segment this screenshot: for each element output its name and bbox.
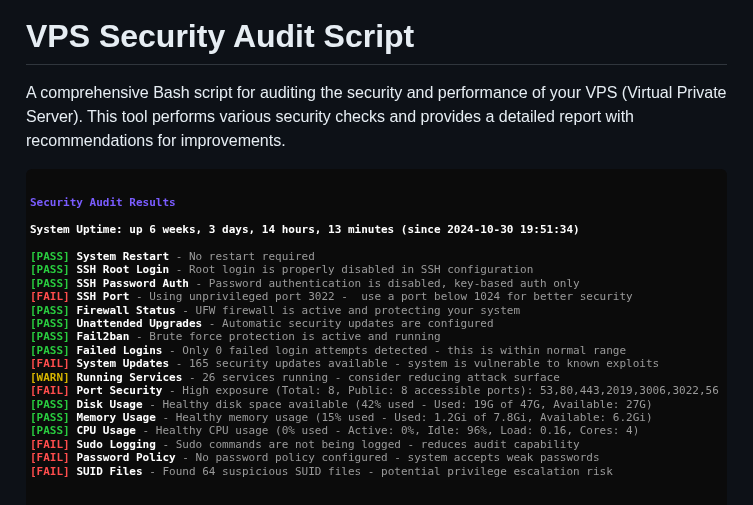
separator: - <box>129 330 149 343</box>
separator: - <box>143 465 163 478</box>
result-row: [FAIL] SSH Port - Using unprivileged por… <box>30 290 723 303</box>
status-badge: [PASS] <box>30 277 70 290</box>
result-row: [FAIL] SUID Files - Found 64 suspicious … <box>30 465 723 478</box>
status-badge: [FAIL] <box>30 384 70 397</box>
status-badge: [FAIL] <box>30 451 70 464</box>
description: A comprehensive Bash script for auditing… <box>26 81 727 153</box>
check-message: Automatic security updates are configure… <box>222 317 494 330</box>
result-row: [PASS] Memory Usage - Healthy memory usa… <box>30 411 723 424</box>
separator: - <box>169 263 189 276</box>
status-badge: [FAIL] <box>30 290 70 303</box>
result-row: [PASS] Fail2ban - Brute force protection… <box>30 330 723 343</box>
check-name: Unattended Upgrades <box>76 317 202 330</box>
result-row: [FAIL] Sudo Logging - Sudo commands are … <box>30 438 723 451</box>
results-header: Security Audit Results <box>30 196 176 209</box>
status-badge: [PASS] <box>30 317 70 330</box>
check-name: Sudo Logging <box>76 438 155 451</box>
status-badge: [WARN] <box>30 371 70 384</box>
status-badge: [PASS] <box>30 344 70 357</box>
results-list: [PASS] System Restart - No restart requi… <box>30 250 723 478</box>
separator: - <box>136 424 156 437</box>
result-row: [PASS] Firewall Status - UFW firewall is… <box>30 304 723 317</box>
check-message: Root login is properly disabled in SSH c… <box>189 263 533 276</box>
result-row: [PASS] SSH Root Login - Root login is pr… <box>30 263 723 276</box>
check-name: CPU Usage <box>76 424 136 437</box>
check-message: Only 0 failed login attempts detected - … <box>182 344 626 357</box>
check-message: High exposure (Total: 8, Public: 8 acces… <box>182 384 718 397</box>
check-name: SSH Port <box>76 290 129 303</box>
result-row: [PASS] Disk Usage - Healthy disk space a… <box>30 398 723 411</box>
check-message: Healthy memory usage (15% used - Used: 1… <box>176 411 653 424</box>
check-message: Healthy disk space available (42% used -… <box>162 398 652 411</box>
check-name: Port Security <box>76 384 162 397</box>
status-badge: [PASS] <box>30 411 70 424</box>
separator: - <box>189 277 209 290</box>
separator: - <box>202 317 222 330</box>
check-name: Firewall Status <box>76 304 175 317</box>
result-row: [WARN] Running Services - 26 services ru… <box>30 371 723 384</box>
status-badge: [PASS] <box>30 304 70 317</box>
status-badge: [PASS] <box>30 424 70 437</box>
separator: - <box>156 438 176 451</box>
check-message: No password policy configured - system a… <box>196 451 600 464</box>
check-message: 165 security updates available - system … <box>189 357 659 370</box>
check-message: No restart required <box>189 250 315 263</box>
status-badge: [PASS] <box>30 263 70 276</box>
check-name: System Updates <box>76 357 169 370</box>
separator: - <box>162 384 182 397</box>
separator: - <box>129 290 149 303</box>
check-message: Brute force protection is active and run… <box>149 330 440 343</box>
separator: - <box>143 398 163 411</box>
status-badge: [PASS] <box>30 250 70 263</box>
check-name: SSH Root Login <box>76 263 169 276</box>
check-name: Failed Logins <box>76 344 162 357</box>
check-message: Sudo commands are not being logged - red… <box>176 438 580 451</box>
result-row: [FAIL] System Updates - 165 security upd… <box>30 357 723 370</box>
check-message: Password authentication is disabled, key… <box>209 277 580 290</box>
check-name: Password Policy <box>76 451 175 464</box>
result-row: [PASS] Unattended Upgrades - Automatic s… <box>30 317 723 330</box>
status-badge: [PASS] <box>30 398 70 411</box>
separator: - <box>156 411 176 424</box>
result-row: [FAIL] Port Security - High exposure (To… <box>30 384 723 397</box>
status-badge: [PASS] <box>30 330 70 343</box>
check-message: UFW firewall is active and protecting yo… <box>196 304 521 317</box>
separator: - <box>162 344 182 357</box>
result-row: [PASS] SSH Password Auth - Password auth… <box>30 277 723 290</box>
check-name: Running Services <box>76 371 182 384</box>
check-message: Using unprivileged port 3022 - use a por… <box>149 290 632 303</box>
check-name: SSH Password Auth <box>76 277 189 290</box>
page-title: VPS Security Audit Script <box>26 18 727 65</box>
check-message: 26 services running - consider reducing … <box>202 371 560 384</box>
status-badge: [FAIL] <box>30 465 70 478</box>
terminal-output: Security Audit Results System Uptime: up… <box>26 169 727 505</box>
result-row: [PASS] CPU Usage - Healthy CPU usage (0%… <box>30 424 723 437</box>
check-message: Healthy CPU usage (0% used - Active: 0%,… <box>156 424 639 437</box>
check-name: Memory Usage <box>76 411 155 424</box>
result-row: [PASS] System Restart - No restart requi… <box>30 250 723 263</box>
uptime-label: System Uptime: <box>30 223 123 236</box>
separator: - <box>176 451 196 464</box>
check-name: Fail2ban <box>76 330 129 343</box>
check-message: Found 64 suspicious SUID files - potenti… <box>162 465 612 478</box>
check-name: SUID Files <box>76 465 142 478</box>
status-badge: [FAIL] <box>30 438 70 451</box>
separator: - <box>176 304 196 317</box>
result-row: [FAIL] Password Policy - No password pol… <box>30 451 723 464</box>
check-name: Disk Usage <box>76 398 142 411</box>
result-row: [PASS] Failed Logins - Only 0 failed log… <box>30 344 723 357</box>
uptime-value: up 6 weeks, 3 days, 14 hours, 13 minutes… <box>129 223 579 236</box>
separator: - <box>169 357 189 370</box>
separator: - <box>169 250 189 263</box>
status-badge: [FAIL] <box>30 357 70 370</box>
check-name: System Restart <box>76 250 169 263</box>
separator: - <box>182 371 202 384</box>
